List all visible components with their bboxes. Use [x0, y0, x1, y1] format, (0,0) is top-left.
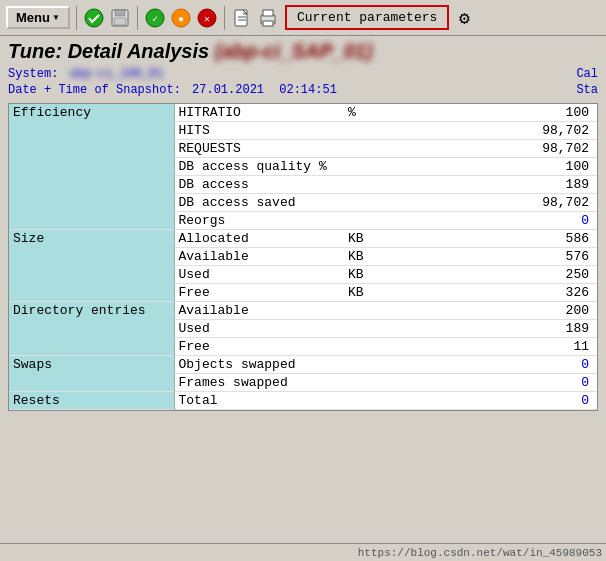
metric-cell: Allocated	[174, 230, 344, 248]
unit-cell	[344, 302, 374, 320]
title-sub: (abp-ci_SAP_01)	[215, 40, 373, 62]
toolbar-separator-2	[137, 6, 138, 30]
metric-cell: Frames swapped	[174, 374, 344, 392]
value-cell: 200	[374, 302, 597, 320]
value-cell: 326	[374, 284, 597, 302]
table-row: SizeAllocatedKB586	[9, 230, 597, 248]
date-value: 27.01.2021	[192, 83, 264, 97]
status-bar: https://blog.csdn.net/wat/in_45989053	[0, 543, 606, 561]
main-table-area: EfficiencyHITRATIO%100HITS98,702REQUESTS…	[8, 103, 598, 411]
value-cell: 100	[374, 104, 597, 122]
orange-circle-icon[interactable]: ●	[170, 7, 192, 29]
metric-cell: Available	[174, 302, 344, 320]
metric-cell: DB access quality %	[174, 158, 344, 176]
metric-cell: HITS	[174, 122, 344, 140]
toolbar-separator-3	[224, 6, 225, 30]
metric-cell: DB access	[174, 176, 344, 194]
new-doc-icon[interactable]	[231, 7, 253, 29]
settings-icon[interactable]: ⚙	[453, 7, 475, 29]
svg-text:✓: ✓	[152, 14, 158, 25]
svg-rect-14	[263, 10, 273, 16]
unit-cell: KB	[344, 230, 374, 248]
unit-cell	[344, 194, 374, 212]
metric-cell: Used	[174, 320, 344, 338]
unit-cell	[344, 374, 374, 392]
category-cell: Size	[9, 230, 174, 302]
toolbar-separator-1	[76, 6, 77, 30]
unit-cell	[344, 320, 374, 338]
date-label-value: Date + Time of Snapshot: 27.01.2021 02:1…	[8, 83, 337, 97]
menu-button[interactable]: Menu	[6, 6, 70, 29]
value-cell: 98,702	[374, 194, 597, 212]
metric-cell: HITRATIO	[174, 104, 344, 122]
value-cell: 11	[374, 338, 597, 356]
unit-cell: KB	[344, 284, 374, 302]
unit-cell	[344, 158, 374, 176]
red-circle-icon[interactable]: ✕	[196, 7, 218, 29]
svg-rect-3	[114, 18, 126, 25]
value-cell: 0	[374, 374, 597, 392]
svg-text:✕: ✕	[204, 14, 210, 25]
value-cell: 250	[374, 266, 597, 284]
cal-label: Cal	[576, 67, 598, 81]
category-cell: Efficiency	[9, 104, 174, 230]
metric-cell: REQUESTS	[174, 140, 344, 158]
current-params-button[interactable]: Current parameters	[285, 5, 449, 30]
value-cell: 189	[374, 176, 597, 194]
category-cell: Directory entries	[9, 302, 174, 356]
value-cell: 100	[374, 158, 597, 176]
toolbar: Menu ✓ ● ✕	[0, 0, 606, 36]
value-cell: 98,702	[374, 122, 597, 140]
print-icon[interactable]	[257, 7, 279, 29]
data-table: EfficiencyHITRATIO%100HITS98,702REQUESTS…	[9, 104, 597, 410]
value-cell: 98,702	[374, 140, 597, 158]
system-label-value: System: abp-ci_l00_01	[8, 67, 163, 81]
time-value: 02:14:51	[279, 83, 337, 97]
metric-cell: DB access saved	[174, 194, 344, 212]
table-row: EfficiencyHITRATIO%100	[9, 104, 597, 122]
sta-label: Sta	[576, 83, 598, 97]
table-row: ResetsTotal0	[9, 392, 597, 410]
unit-cell	[344, 338, 374, 356]
page-title: Tune: Detail Analysis (abp-ci_SAP_01)	[8, 40, 373, 62]
category-cell: Swaps	[9, 356, 174, 392]
unit-cell	[344, 392, 374, 410]
unit-cell: %	[344, 104, 374, 122]
value-cell: 576	[374, 248, 597, 266]
metric-cell: Total	[174, 392, 344, 410]
save-icon[interactable]	[109, 7, 131, 29]
metric-cell: Used	[174, 266, 344, 284]
value-cell: 0	[374, 392, 597, 410]
status-url: https://blog.csdn.net/wat/in_45989053	[358, 547, 602, 559]
unit-cell: KB	[344, 266, 374, 284]
svg-rect-15	[263, 21, 273, 26]
metric-cell: Objects swapped	[174, 356, 344, 374]
metric-cell: Free	[174, 338, 344, 356]
svg-text:●: ●	[178, 14, 184, 25]
metric-cell: Available	[174, 248, 344, 266]
unit-cell	[344, 140, 374, 158]
value-cell: 189	[374, 320, 597, 338]
unit-cell: KB	[344, 248, 374, 266]
value-cell: 0	[374, 356, 597, 374]
green-circle-icon[interactable]: ✓	[144, 7, 166, 29]
value-cell: 586	[374, 230, 597, 248]
check-circle-icon[interactable]	[83, 7, 105, 29]
system-value: abp-ci_l00_01	[70, 67, 164, 81]
unit-cell	[344, 176, 374, 194]
svg-rect-2	[115, 10, 125, 16]
date-info-row: Date + Time of Snapshot: 27.01.2021 02:1…	[0, 81, 606, 99]
system-label: System:	[8, 67, 58, 81]
date-label: Date + Time of Snapshot:	[8, 83, 181, 97]
category-cell: Resets	[9, 392, 174, 410]
unit-cell	[344, 212, 374, 230]
value-cell: 0	[374, 212, 597, 230]
svg-point-0	[85, 9, 103, 27]
table-row: Directory entriesAvailable200	[9, 302, 597, 320]
title-area: Tune: Detail Analysis (abp-ci_SAP_01)	[0, 36, 606, 65]
metric-cell: Reorgs	[174, 212, 344, 230]
metric-cell: Free	[174, 284, 344, 302]
unit-cell	[344, 356, 374, 374]
unit-cell	[344, 122, 374, 140]
table-row: SwapsObjects swapped0	[9, 356, 597, 374]
